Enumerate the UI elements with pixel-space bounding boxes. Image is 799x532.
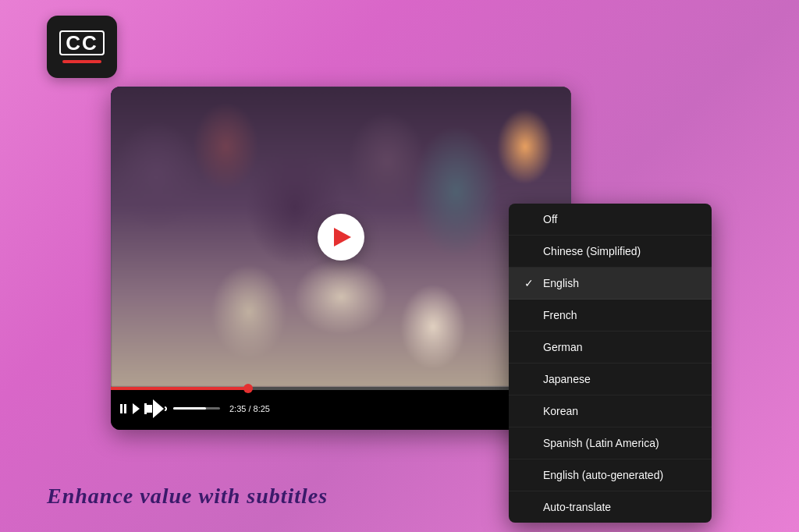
play-button[interactable] — [318, 214, 364, 261]
time-display: 2:35 / 8:25 — [229, 404, 270, 413]
check-icon-german — [524, 341, 537, 353]
cc-logo: CC — [47, 16, 117, 78]
skip-icon — [133, 403, 140, 414]
subtitle-option-korean[interactable]: Korean — [509, 395, 712, 427]
check-icon-english-auto — [524, 469, 537, 481]
volume-icon — [146, 399, 167, 418]
check-icon-japanese — [524, 373, 537, 385]
check-icon-spanish — [524, 437, 537, 449]
subtitle-option-chinese[interactable]: Chinese (Simplified) — [509, 236, 712, 268]
cc-logo-underline — [62, 60, 101, 63]
subtitle-dropdown: Off Chinese (Simplified) ✓ English Frenc… — [509, 204, 712, 523]
volume-slider[interactable] — [173, 407, 220, 410]
progress-bar-container[interactable] — [111, 387, 571, 390]
check-icon-auto-translate — [524, 501, 537, 513]
tagline: Enhance value with subtitles — [47, 484, 328, 509]
play-icon — [334, 228, 351, 246]
subtitle-option-japanese[interactable]: Japanese — [509, 364, 712, 395]
check-icon-off — [524, 213, 537, 225]
skip-button[interactable] — [133, 403, 140, 414]
video-frame — [111, 87, 571, 387]
pause-button[interactable] — [120, 404, 126, 413]
check-icon-chinese — [524, 245, 537, 257]
check-icon-french — [524, 309, 537, 321]
subtitle-option-french[interactable]: French — [509, 300, 712, 332]
check-icon-korean — [524, 405, 537, 417]
subtitle-option-off[interactable]: Off — [509, 204, 712, 236]
subtitle-option-german[interactable]: German — [509, 332, 712, 364]
video-player: 2:35 / 8:25 — [111, 87, 571, 430]
cc-logo-text: CC — [59, 30, 105, 55]
check-icon-english: ✓ — [524, 277, 537, 289]
subtitle-option-english-auto[interactable]: English (auto-generated) — [509, 459, 712, 491]
video-controls: 2:35 / 8:25 — [111, 387, 571, 430]
subtitle-option-auto-translate[interactable]: Auto-translate — [509, 491, 712, 523]
volume-bar-fill — [173, 407, 206, 410]
volume-button[interactable] — [146, 399, 167, 418]
main-container: 2:35 / 8:25 Off Chinese (Simplified) ✓ E… — [64, 48, 735, 484]
pause-icon — [120, 404, 126, 413]
subtitle-option-spanish[interactable]: Spanish (Latin America) — [509, 427, 712, 459]
progress-bar-fill — [111, 387, 249, 390]
subtitle-option-english[interactable]: ✓ English — [509, 268, 712, 300]
